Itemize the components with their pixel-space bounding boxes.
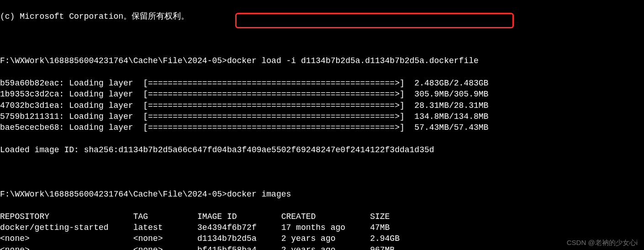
images-row: <none> <none> d1134b7b2d5a 2 years ago 2… <box>0 233 644 244</box>
loaded-image-line: Loaded image ID: sha256:d1134b7b2d5a66c6… <box>0 144 644 155</box>
loading-layer-line: b59a60b82eac: Loading layer [===========… <box>0 78 644 89</box>
loading-layer-line: 47032bc3d1ea: Loading layer [===========… <box>0 100 644 111</box>
loading-layers-block: b59a60b82eac: Loading layer [===========… <box>0 78 644 133</box>
images-row: <none> <none> bf415bf58ba4 2 years ago 9… <box>0 245 644 250</box>
loading-layer-line: 5759b1211311: Loading layer [===========… <box>0 111 644 122</box>
copyright-line: (c) Microsoft Corporation。保留所有权利。 <box>0 11 644 22</box>
images-table: REPOSITORY TAG IMAGE ID CREATED SIZEdock… <box>0 211 644 250</box>
loaded-image-id: sha256:d1134b7b2d5a66c647fd04ba3f409ae55… <box>84 145 434 154</box>
prompt: F:\WXWork\1688856004231764\Cache\File\20… <box>0 190 227 199</box>
command-line-images: F:\WXWork\1688856004231764\Cache\File\20… <box>0 189 644 200</box>
command-line-load: F:\WXWork\1688856004231764\Cache\File\20… <box>0 55 644 66</box>
blank-line <box>0 166 644 177</box>
images-row: docker/getting-started latest 3e4394f6b7… <box>0 222 644 233</box>
loading-layer-line: bae5ececbe68: Loading layer [===========… <box>0 122 644 133</box>
watermark: CSDN @老衲的少女心i <box>567 238 638 247</box>
blank-line <box>0 33 644 44</box>
loading-layer-line: 1b9353c3d2ca: Loading layer [===========… <box>0 89 644 100</box>
docker-load-command: docker load -i d1134b7b2d5a.d1134b7b2d5a… <box>227 56 479 65</box>
prompt: F:\WXWork\1688856004231764\Cache\File\20… <box>0 56 227 65</box>
docker-images-command: docker images <box>227 190 291 199</box>
terminal-output[interactable]: (c) Microsoft Corporation。保留所有权利。 F:\WXW… <box>0 0 644 250</box>
images-header-row: REPOSITORY TAG IMAGE ID CREATED SIZE <box>0 211 644 222</box>
